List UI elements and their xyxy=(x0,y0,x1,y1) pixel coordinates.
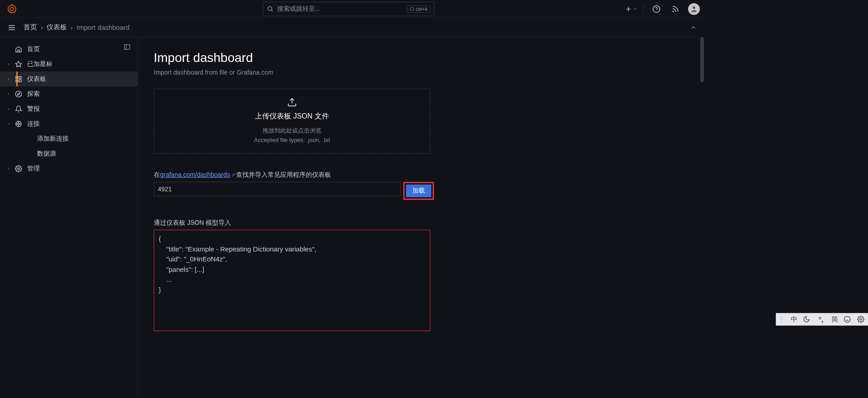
sidebar-item-admin[interactable]: › 管理 xyxy=(0,161,138,176)
svg-point-27 xyxy=(18,168,19,170)
svg-point-7 xyxy=(673,11,674,12)
help-icon xyxy=(652,5,660,13)
upload-dropzone[interactable]: 上传仪表板 JSON 文件 拖放到此处或点击浏览 Accepted file t… xyxy=(154,89,430,154)
upload-hint: 拖放到此处或点击浏览 xyxy=(263,127,321,135)
search-shortcut: ctrl+k xyxy=(407,5,430,13)
svg-line-1 xyxy=(271,10,273,11)
svg-rect-16 xyxy=(19,76,21,79)
user-icon xyxy=(690,5,698,13)
svg-rect-17 xyxy=(19,80,21,82)
sidebar-label: 仪表板 xyxy=(27,75,46,83)
menu-toggle[interactable] xyxy=(5,21,18,34)
chevron-up-icon xyxy=(690,24,697,31)
breadcrumb-dashboards[interactable]: 仪表板 xyxy=(47,23,67,32)
breadcrumb-current: Import dashboard xyxy=(76,24,130,31)
svg-point-21 xyxy=(18,123,19,125)
svg-rect-2 xyxy=(410,8,414,10)
json-label: 通过仪表板 JSON 模型导入 xyxy=(154,219,705,227)
page-title: Import dashboard xyxy=(154,51,705,65)
sidebar-item-starred[interactable]: › 已加星标 xyxy=(0,57,138,71)
chevron-down-icon: › xyxy=(6,121,11,127)
sidebar-label: 连接 xyxy=(27,120,40,128)
grafana-com-link[interactable]: grafana.com/dashboards xyxy=(160,171,230,178)
search-icon xyxy=(267,5,274,12)
sidebar-item-dashboards[interactable]: › 仪表板 xyxy=(0,71,138,86)
load-highlight: 加载 xyxy=(403,182,434,200)
star-icon xyxy=(12,61,25,68)
body: 首页 › 已加星标 › 仪表板 › 探索 › 警报 › 连接 添加新连接 xyxy=(0,37,705,398)
dashboard-id-input[interactable] xyxy=(154,182,401,196)
scrollbar[interactable] xyxy=(699,37,704,398)
sidebar-item-explore[interactable]: › 探索 xyxy=(0,86,138,101)
upload-icon xyxy=(287,97,297,107)
breadcrumb: 首页 › 仪表板 › Import dashboard xyxy=(24,23,130,32)
grafana-icon xyxy=(7,4,17,14)
chevron-right-icon: › xyxy=(5,106,12,111)
chevron-down-icon xyxy=(633,7,637,11)
home-icon xyxy=(12,46,25,53)
load-button[interactable]: 加载 xyxy=(406,185,431,197)
chevron-right-icon: › xyxy=(5,166,12,171)
main-content: Import dashboard Import dashboard from f… xyxy=(138,37,705,398)
sidebar-label: 警报 xyxy=(27,105,40,113)
compass-icon xyxy=(12,90,25,98)
top-bar: 搜索或跳转至... ctrl+k xyxy=(0,0,705,18)
svg-point-8 xyxy=(693,6,695,9)
plug-icon xyxy=(12,120,25,128)
sidebar-sub-add-connection[interactable]: 添加新连接 xyxy=(0,131,138,146)
page-subtitle: Import dashboard from file or Grafana.co… xyxy=(154,69,705,76)
breadcrumb-bar: 首页 › 仪表板 › Import dashboard xyxy=(0,18,705,37)
global-search[interactable]: 搜索或跳转至... ctrl+k xyxy=(263,2,434,16)
chevron-right-icon: › xyxy=(5,76,12,81)
upload-title: 上传仪表板 JSON 文件 xyxy=(255,112,329,121)
separator xyxy=(643,4,644,14)
json-textarea[interactable] xyxy=(154,230,430,331)
sidebar-label: 首页 xyxy=(27,45,40,53)
dashboard-icon xyxy=(12,76,25,83)
upload-types: Accepted file types: .json, .txt xyxy=(254,137,330,143)
svg-rect-15 xyxy=(16,76,18,79)
svg-point-0 xyxy=(268,7,272,11)
svg-rect-18 xyxy=(16,80,18,82)
sidebar-label: 管理 xyxy=(27,165,40,173)
sidebar-item-home[interactable]: 首页 xyxy=(0,42,138,57)
dashboard-id-row: 加载 xyxy=(154,182,434,200)
svg-marker-14 xyxy=(15,61,21,67)
bell-icon xyxy=(12,105,25,113)
svg-point-19 xyxy=(15,91,21,97)
hamburger-icon xyxy=(8,24,16,32)
breadcrumb-home[interactable]: 首页 xyxy=(24,23,37,32)
search-placeholder: 搜索或跳转至... xyxy=(277,5,407,13)
grafana-com-hint: 在grafana.com/dashboards↗查找并导入常见应用程序的仪表板 xyxy=(154,171,705,179)
scrollbar-thumb[interactable] xyxy=(700,37,704,82)
sidebar-label: 已加星标 xyxy=(27,60,52,68)
user-avatar[interactable] xyxy=(688,3,700,15)
sidebar-label: 探索 xyxy=(27,90,40,98)
help-button[interactable] xyxy=(650,3,663,15)
breadcrumb-sep: › xyxy=(71,24,73,31)
gear-icon xyxy=(12,165,25,172)
chevron-right-icon: › xyxy=(5,91,12,96)
kbd-text: ctrl+k xyxy=(415,6,428,12)
rss-icon xyxy=(671,5,679,13)
news-button[interactable] xyxy=(669,3,682,15)
sidebar-item-connections[interactable]: › 连接 xyxy=(0,116,138,131)
svg-marker-20 xyxy=(17,93,19,95)
breadcrumb-sep: › xyxy=(41,24,43,31)
hint-post: 查找并导入常见应用程序的仪表板 xyxy=(236,171,331,178)
sidebar-item-alerts[interactable]: › 警报 xyxy=(0,101,138,116)
hint-pre: 在 xyxy=(154,171,160,178)
add-menu[interactable] xyxy=(624,3,637,15)
top-actions xyxy=(624,3,700,15)
grafana-logo[interactable] xyxy=(5,3,18,15)
sidebar-sub-datasources[interactable]: 数据源 xyxy=(0,146,138,161)
chevron-right-icon: › xyxy=(5,62,12,66)
sidebar: 首页 › 已加星标 › 仪表板 › 探索 › 警报 › 连接 添加新连接 xyxy=(0,37,138,398)
external-link-icon: ↗ xyxy=(231,172,235,178)
kiosk-toggle[interactable] xyxy=(687,21,700,34)
